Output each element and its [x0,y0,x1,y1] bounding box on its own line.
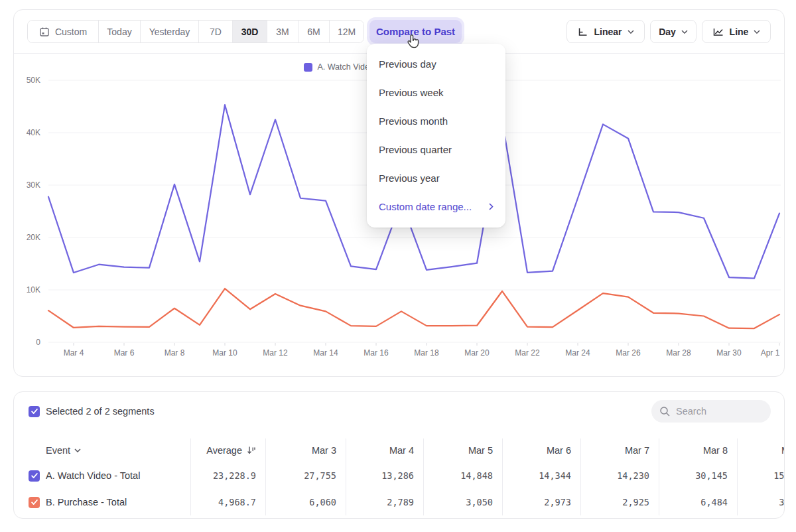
date-value: 2,925 [580,489,659,515]
x-axis-tick-label: Mar 24 [565,348,590,358]
menu-item-custom-date-range[interactable]: Custom date range... [367,192,505,221]
range-6m[interactable]: 6M [298,21,330,42]
search-box[interactable] [651,400,771,423]
segments-card: Selected 2 of 2 segments Event Average [13,391,785,519]
chevron-right-icon [489,203,494,210]
date-range-control: Custom Today Yesterday 7D 30D 3M 6M 12M [27,20,364,43]
date-value: 13,286 [346,462,423,489]
sort-descending-icon [247,446,256,455]
scale-dropdown[interactable]: Linear [566,20,645,43]
x-axis-tick-label: Mar 12 [263,348,288,358]
menu-item-previous-day[interactable]: Previous day [367,50,505,78]
x-axis-tick-label: Mar 20 [464,348,490,358]
average-value: 23,228.9 [190,462,265,489]
x-axis-tick-label: Mar 28 [666,348,691,358]
x-axis-tick-label: Apr 1 [761,348,780,358]
series-line-purchase[interactable] [48,289,779,328]
range-30d-selected[interactable]: 30D [233,21,267,42]
event-cell: A. Watch Video - Total [14,462,190,489]
calendar-icon [39,27,50,37]
x-axis-tick-label: Mar 18 [414,348,439,358]
y-axis-tick-label: 0 [36,338,40,347]
search-input[interactable] [676,406,756,417]
y-axis-tick-label: 30K [27,180,40,190]
date-value: 6,484 [659,489,737,515]
column-label: Mar 8 [703,445,728,456]
date-column-header[interactable]: Mar 6 [502,438,580,462]
date-column-header[interactable]: Mar 3 [265,438,346,462]
range-3m[interactable]: 3M [267,21,298,42]
date-column-header[interactable]: Mar 4 [346,438,423,462]
compare-to-past-menu: Previous day Previous week Previous mont… [367,44,505,228]
x-axis-tick-label: Mar 30 [716,348,742,358]
menu-item-previous-quarter[interactable]: Previous quarter [367,135,505,164]
chevron-down-icon [628,30,634,34]
date-value: 27,755 [265,462,346,489]
select-all-checkbox[interactable] [29,406,40,417]
y-axis-tick-label: 50K [27,76,40,85]
column-label: Mar 3 [312,445,336,456]
legend-swatch [304,63,312,72]
date-value: 6,060 [265,489,346,515]
date-value: 3,300 [737,489,785,515]
line-chart-icon [712,27,724,37]
column-label: Mar 7 [625,445,649,456]
x-axis-tick-label: Mar 8 [165,348,185,358]
y-axis-tick-label: 20K [27,233,40,242]
x-axis-tick-label: Mar 22 [515,348,540,358]
x-axis-tick-label: Mar 6 [114,348,135,358]
chevron-down-icon [754,30,760,34]
row-checkbox[interactable] [29,497,40,508]
menu-item-previous-month[interactable]: Previous month [367,107,505,135]
date-value: 14,344 [502,462,580,489]
column-label: Mar 9 [781,445,785,456]
granularity-dropdown[interactable]: Day [650,20,696,43]
segments-table: Event Average Mar 3Mar 4Mar 5Mar 6Mar 7M… [14,438,785,515]
event-column-header[interactable]: Event [14,438,190,462]
date-column-header[interactable]: Mar 9 [737,438,785,462]
range-12m[interactable]: 12M [330,21,364,42]
range-custom[interactable]: Custom [28,21,99,42]
column-label: Mar 4 [389,445,414,456]
chevron-down-icon [681,30,688,34]
date-value: 15,400 [737,462,785,489]
x-axis-tick-label: Mar 4 [64,348,84,358]
x-axis-tick-label: Mar 10 [212,348,237,358]
y-axis-tick-label: 10K [27,285,40,295]
chevron-down-icon [74,448,81,452]
date-column-header[interactable]: Mar 7 [580,438,659,462]
segments-header: Selected 2 of 2 segments [14,392,784,438]
linear-axis-icon [577,27,588,37]
x-axis-tick-label: Mar 16 [364,348,389,358]
search-icon [659,406,671,417]
average-value: 4,968.7 [190,489,265,515]
column-label: Mar 6 [547,445,571,456]
event-label: B. Purchase - Total [46,497,127,507]
event-label: A. Watch Video - Total [46,470,140,481]
compare-to-past-button[interactable]: Compare to Past [369,20,462,43]
range-7d[interactable]: 7D [199,21,233,42]
selected-segments-text: Selected 2 of 2 segments [46,406,155,417]
date-value: 30,145 [659,462,737,489]
row-checkbox[interactable] [29,470,40,482]
date-column-header[interactable]: Mar 5 [423,438,502,462]
date-column-header[interactable]: Mar 8 [659,438,737,462]
chart-controls: Linear Day Line [566,20,771,43]
event-cell: B. Purchase - Total [14,489,190,515]
menu-item-previous-week[interactable]: Previous week [367,78,505,107]
average-column-header[interactable]: Average [190,438,265,462]
date-value: 3,050 [423,489,502,515]
date-value: 14,230 [580,462,659,489]
date-value: 2,789 [346,489,423,515]
x-axis-tick-label: Mar 26 [616,348,641,358]
date-value: 14,848 [423,462,502,489]
column-label: Mar 5 [468,445,493,456]
menu-item-previous-year[interactable]: Previous year [367,164,505,192]
range-yesterday[interactable]: Yesterday [141,21,199,42]
range-today[interactable]: Today [99,21,141,42]
range-label: Custom [55,27,87,37]
chart-type-dropdown[interactable]: Line [702,20,771,43]
date-value: 2,973 [502,489,580,515]
y-axis-tick-label: 40K [27,128,40,137]
x-axis-tick-label: Mar 14 [313,348,338,358]
